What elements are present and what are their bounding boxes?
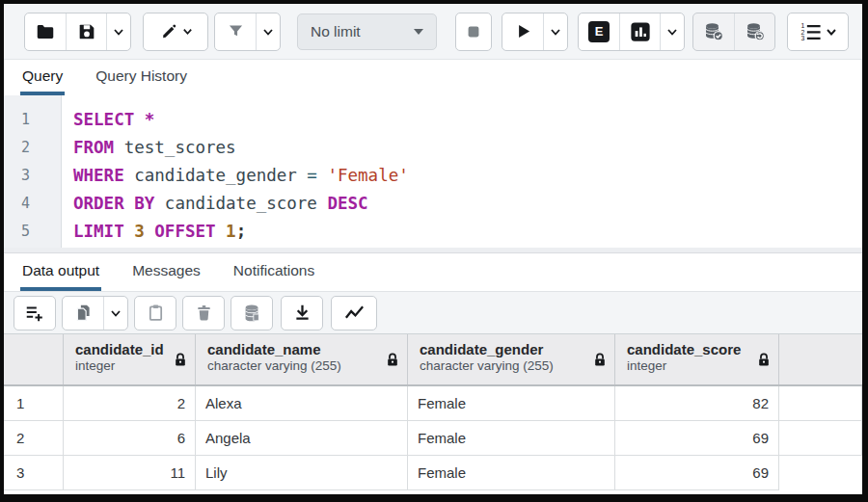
- lock-icon: [757, 353, 771, 367]
- chevron-down-icon: [182, 26, 193, 37]
- stop-icon: [464, 22, 483, 41]
- sql-line-1: SELECT *: [73, 106, 409, 134]
- chevron-down-icon: [110, 307, 122, 319]
- sql-line-5: LIMIT 3 OFFSET 1;: [73, 218, 409, 246]
- line-number-gutter: 1 2 3 4 5: [4, 95, 62, 248]
- download-icon: [292, 303, 312, 323]
- grid-corner-cell: [4, 334, 64, 384]
- tab-query-history[interactable]: Query History: [94, 60, 189, 95]
- chevron-down-icon: [550, 26, 561, 38]
- tab-query-label: Query: [22, 67, 63, 85]
- tab-messages-label: Messages: [132, 262, 201, 279]
- result-tabbar: Data output Messages Notifications: [4, 252, 862, 291]
- tab-notifications[interactable]: Notifications: [231, 253, 316, 291]
- query-tabbar: Query Query History: [4, 60, 862, 95]
- commit-button[interactable]: [693, 13, 734, 50]
- tab-data-output[interactable]: Data output: [20, 253, 101, 291]
- explain-options-dropdown[interactable]: [660, 13, 684, 50]
- row-limit-select[interactable]: No limit: [297, 13, 437, 50]
- trash-icon: [194, 303, 214, 323]
- sql-editor[interactable]: 1 2 3 4 5 SELECT * FROM test_scores WHER…: [4, 95, 862, 248]
- rollback-button[interactable]: [734, 13, 774, 50]
- save-icon: [76, 21, 97, 42]
- line-number: 1: [4, 106, 61, 134]
- row-limit-value: No limit: [311, 23, 361, 40]
- column-header-candidate-name[interactable]: candidate_name character varying (255): [196, 334, 408, 384]
- sql-code[interactable]: SELECT * FROM test_scores WHERE candidat…: [62, 95, 409, 248]
- cell-candidate-score[interactable]: 82: [615, 386, 779, 421]
- cell-candidate-id[interactable]: 2: [64, 386, 196, 421]
- cell-candidate-score[interactable]: 69: [615, 421, 779, 456]
- column-header-candidate-id[interactable]: candidate_id integer: [64, 334, 196, 384]
- folder-icon: [35, 21, 56, 42]
- open-file-button[interactable]: [25, 13, 66, 50]
- macros-menu-button[interactable]: 1 2 3: [788, 13, 848, 50]
- edit-menu-button[interactable]: [144, 13, 207, 50]
- tab-query[interactable]: Query: [20, 60, 65, 95]
- line-chart-icon: [343, 302, 366, 324]
- execute-query-button[interactable]: [502, 13, 543, 50]
- sql-line-4: ORDER BY candidate_score DESC: [73, 190, 409, 218]
- column-header-candidate-score[interactable]: candidate_score integer: [615, 334, 779, 384]
- copy-button[interactable]: [63, 297, 103, 330]
- screenshot-frame: No limit: [0, 0, 868, 502]
- grid-header-row: candidate_id integer candidate_name char…: [4, 334, 862, 386]
- cell-candidate-gender[interactable]: Female: [408, 421, 615, 456]
- cell-candidate-score[interactable]: 69: [615, 456, 779, 490]
- grid-filler-cell: [779, 456, 862, 490]
- play-icon: [513, 21, 533, 41]
- cell-candidate-name[interactable]: Alexa: [196, 386, 408, 421]
- svg-text:3: 3: [800, 35, 804, 41]
- line-number: 5: [4, 218, 61, 246]
- tab-messages[interactable]: Messages: [130, 253, 203, 291]
- filter-options-dropdown[interactable]: [256, 13, 280, 50]
- chevron-down-icon: [262, 26, 274, 38]
- filter-funnel-icon: [226, 21, 246, 41]
- lock-icon: [174, 353, 187, 367]
- data-output-toolbar: [4, 291, 862, 334]
- grid-filler-cell: [779, 386, 862, 421]
- cell-candidate-id[interactable]: 6: [64, 421, 196, 456]
- row-number-cell[interactable]: 1: [4, 386, 64, 421]
- line-number: 3: [4, 162, 61, 190]
- rollback-database-icon: [744, 20, 767, 43]
- explain-button[interactable]: E: [579, 13, 619, 50]
- execute-options-dropdown[interactable]: [543, 13, 567, 50]
- row-number-cell[interactable]: 3: [4, 456, 64, 490]
- chevron-down-icon: [826, 26, 837, 38]
- save-options-dropdown[interactable]: [106, 13, 130, 50]
- commit-database-icon: [702, 20, 725, 43]
- download-results-button[interactable]: [282, 297, 322, 330]
- sql-line-3: WHERE candidate_gender = 'Female': [73, 162, 409, 190]
- copy-options-dropdown[interactable]: [103, 297, 127, 330]
- grid-filler-cell: [779, 421, 862, 456]
- query-toolbar: No limit: [4, 4, 862, 60]
- delete-row-button[interactable]: [183, 297, 224, 330]
- tab-notifications-label: Notifications: [233, 262, 314, 279]
- add-row-button[interactable]: [14, 297, 55, 330]
- paste-button[interactable]: [135, 297, 176, 330]
- tab-query-history-label: Query History: [95, 67, 187, 85]
- filter-button[interactable]: [215, 13, 256, 50]
- cell-candidate-gender[interactable]: Female: [408, 456, 615, 490]
- analyze-chart-icon: [630, 21, 651, 42]
- lock-icon: [386, 353, 399, 367]
- cancel-query-button[interactable]: [456, 13, 491, 50]
- column-header-candidate-gender[interactable]: candidate_gender character varying (255): [408, 334, 615, 384]
- cell-candidate-name[interactable]: Lily: [196, 456, 408, 490]
- row-number-cell[interactable]: 2: [4, 421, 64, 456]
- explain-icon: E: [588, 21, 610, 42]
- edit-pencil-icon: [159, 21, 179, 41]
- pgadmin-query-tool: No limit: [4, 4, 862, 494]
- explain-analyze-button[interactable]: [619, 13, 660, 50]
- cell-candidate-id[interactable]: 11: [64, 456, 196, 490]
- results-grid: candidate_id integer candidate_name char…: [4, 334, 862, 494]
- paste-clipboard-icon: [146, 303, 166, 323]
- graph-visualiser-button[interactable]: [332, 297, 376, 330]
- save-data-changes-button[interactable]: [231, 297, 272, 330]
- cell-candidate-gender[interactable]: Female: [408, 386, 615, 421]
- cell-candidate-name[interactable]: Angela: [196, 421, 408, 456]
- save-data-database-icon: [241, 303, 262, 324]
- save-file-button[interactable]: [66, 13, 106, 50]
- select-caret-icon: [414, 29, 423, 35]
